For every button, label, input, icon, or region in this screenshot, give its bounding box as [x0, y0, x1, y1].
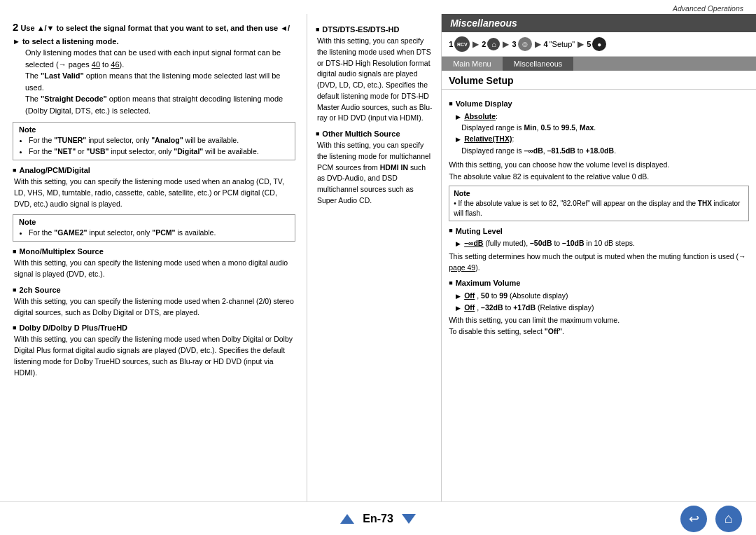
section-header-analog: Analog/PCM/Digital [13, 166, 295, 174]
left-column: 2 Use ▲/▼ to select the signal format th… [0, 14, 307, 501]
section-header-dts: DTS/DTS-ES/DTS-HD [316, 25, 433, 34]
volume-display-body: With this setting, you can choose how th… [449, 160, 749, 171]
volume-setup-title: Volume Setup [442, 71, 756, 90]
nav-step-4: 4 "Setup" [544, 40, 575, 48]
nav-num-1: 1 [449, 40, 453, 48]
sub-item-max-1: Off , 50 to 99 (Absolute display) [456, 291, 749, 302]
home-button[interactable]: ⌂ [715, 506, 742, 532]
note-box-volume: Note • If the absolute value is set to 8… [449, 186, 749, 221]
nav-step-3: 3 ◎ [512, 37, 531, 51]
relative-colon: : [512, 134, 514, 143]
page-header: Advanced Operations [0, 0, 756, 14]
nav-arrow-3: ▶ [535, 39, 541, 49]
nav-icon-receive: RCV [454, 36, 470, 52]
max-vol-off-1: Off [464, 291, 475, 300]
middle-column: DTS/DTS-ES/DTS-HD With this setting, you… [307, 14, 442, 501]
max-vol-detail-1: , 50 to 99 (Absolute display) [477, 291, 568, 300]
note-item: For the "TUNER" input selector, only "An… [29, 135, 289, 146]
back-icon: ↩ [689, 511, 699, 527]
note-title-2: Note [19, 218, 289, 226]
max-vol-body2: To disable this setting, select "Off". [449, 326, 749, 338]
muting-body: This setting determines how much the out… [449, 251, 749, 274]
page-label: En-73 [363, 513, 393, 525]
relative-label: Relative(THX) [464, 134, 512, 143]
nav-icon-black: ● [592, 37, 606, 51]
section-body-2ch: With this setting, you can specify the l… [14, 296, 295, 319]
nav-step-5: 5 ● [587, 37, 606, 51]
step-detail-2: The "Last Valid" option means that the l… [25, 70, 295, 93]
nav-num-4: 4 [544, 40, 548, 48]
sub-item-muting: –∞dB (fully muted), –50dB to –10dB in 10… [456, 238, 749, 249]
absolute-label: Absolute [464, 112, 496, 120]
note-list-1: For the "TUNER" input selector, only "An… [29, 135, 289, 156]
nav-arrow-4: ▶ [578, 39, 584, 49]
section-header-dolby: Dolby D/Dolby D Plus/TrueHD [13, 324, 295, 332]
step-detail-3: The "Straight Decode" option means that … [25, 93, 295, 116]
nav-arrow-2: ▶ [503, 39, 509, 49]
footer-page: En-73 [340, 513, 416, 525]
absolute-colon: : [496, 112, 498, 120]
section-body-other: With this setting, you can specify the l… [317, 140, 433, 207]
right-column: Miscellaneous 1 RCV ▶ 2 ⌂ ▶ 3 ◎ ▶ [442, 14, 756, 501]
sub-item-max-2: Off , –32dB to +17dB (Relative display) [456, 303, 749, 314]
max-vol-off-2: Off [464, 303, 475, 312]
header-title: Advanced Operations [673, 4, 743, 13]
nav-step-2: 2 ⌂ [482, 38, 500, 50]
next-page-arrow[interactable] [402, 514, 416, 524]
step-detail-1: Only listening modes that can be used wi… [25, 47, 295, 70]
breadcrumb-bar: Main Menu Miscellaneous [442, 57, 756, 71]
nav-steps: 1 RCV ▶ 2 ⌂ ▶ 3 ◎ ▶ 4 "Setup" ▶ [442, 32, 756, 57]
section-body-analog: With this setting, you can specify the l… [14, 176, 295, 209]
note-text-volume: • If the absolute value is set to 82, "8… [454, 199, 744, 218]
note-box-2: Note For the "GAME2" input selector, onl… [13, 214, 295, 242]
volume-display-body2: The absolute value 82 is equivalent to t… [449, 172, 749, 183]
note-box-1: Note For the "TUNER" input selector, onl… [13, 122, 295, 160]
section-header-volume-display: Volume Display [449, 98, 749, 110]
note-item-2: For the "GAME2" input selector, only "PC… [29, 228, 289, 238]
sub-item-relative: Relative(THX): [456, 134, 749, 145]
breadcrumb-miscellaneous: Miscellaneous [503, 57, 574, 71]
nav-step-1: 1 RCV [449, 36, 470, 52]
step-number: 2 [13, 21, 18, 33]
home-icon: ⌂ [724, 510, 733, 527]
misc-title: Miscellaneous [450, 18, 517, 29]
page-container: Advanced Operations 2 Use ▲/▼ to select … [0, 0, 756, 535]
muting-detail: (fully muted), –50dB to –10dB in 10 dB s… [485, 239, 635, 247]
step-instruction: 2 Use ▲/▼ to select the signal format th… [13, 20, 295, 116]
nav-num-2: 2 [482, 40, 486, 48]
relative-detail: Displayed range is –∞dB, –81.5dB to +18.… [461, 146, 749, 157]
footer-right: ↩ ⌂ [680, 506, 742, 532]
section-body-dolby: With this setting, you can specify the l… [14, 334, 295, 378]
nav-label-setup: "Setup" [550, 40, 575, 48]
nav-icon-disc: ◎ [518, 37, 532, 51]
nav-arrow-1: ▶ [472, 39, 479, 49]
footer: En-73 ↩ ⌂ [0, 501, 756, 535]
misc-header: Miscellaneous [442, 14, 756, 32]
section-body-dts: With this setting, you can specify the l… [317, 36, 433, 124]
max-vol-detail-2: , –32dB to +17dB (Relative display) [477, 303, 594, 312]
section-header-2ch: 2ch Source [13, 286, 295, 294]
prev-page-arrow[interactable] [340, 514, 354, 524]
muting-label: –∞dB [464, 239, 483, 247]
section-header-muting: Muting Level [449, 225, 749, 237]
note-item: For the "NET" or "USB" input selector, o… [29, 146, 289, 157]
max-vol-body: With this setting, you can limit the max… [449, 315, 749, 326]
step-text: Use ▲/▼ to select the signal format that… [13, 24, 290, 46]
section-header-mono: Mono/Multiplex Source [13, 247, 295, 256]
section-header-other: Other Multich Source [316, 130, 433, 138]
right-content: Volume Display Absolute: Displayed range… [442, 90, 756, 342]
nav-num-5: 5 [587, 40, 591, 48]
note-list-2: For the "GAME2" input selector, only "PC… [29, 228, 289, 238]
nav-num-3: 3 [512, 40, 516, 48]
back-button[interactable]: ↩ [680, 506, 707, 532]
section-body-mono: With this setting, you can specify the l… [14, 258, 295, 280]
breadcrumb-main-menu: Main Menu [442, 57, 502, 71]
section-header-max-volume: Maximum Volume [449, 277, 749, 289]
main-content: 2 Use ▲/▼ to select the signal format th… [0, 14, 756, 501]
nav-icon-home: ⌂ [487, 38, 500, 50]
absolute-detail: Displayed range is Min, 0.5 to 99.5, Max… [461, 123, 749, 134]
note-title-volume: Note [454, 188, 744, 199]
sub-item-absolute: Absolute: [456, 111, 749, 123]
note-title-1: Note [19, 125, 289, 134]
